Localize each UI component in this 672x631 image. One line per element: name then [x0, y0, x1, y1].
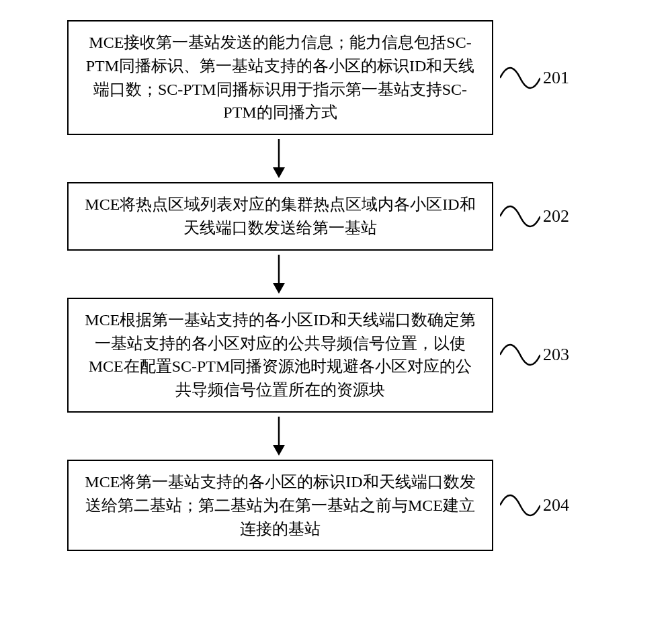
- step-row-2: MCE将热点区域列表对应的集群热点区域内各小区ID和天线端口数发送给第一基站 2…: [67, 182, 605, 251]
- step-number: 201: [543, 68, 569, 88]
- arrow-3: [67, 413, 491, 460]
- step-box-2: MCE将热点区域列表对应的集群热点区域内各小区ID和天线端口数发送给第一基站: [67, 182, 493, 251]
- step-row-3: MCE根据第一基站支持的各小区ID和天线端口数确定第一基站支持的各小区对应的公共…: [67, 298, 605, 413]
- step-label-3: 203: [500, 331, 569, 378]
- step-number: 204: [543, 495, 569, 515]
- connector-curve-icon: [500, 482, 540, 529]
- down-arrow-icon: [271, 417, 287, 456]
- step-row-1: MCE接收第一基站发送的能力信息；能力信息包括SC-PTM同播标识、第一基站支持…: [67, 20, 605, 135]
- step-row-4: MCE将第一基站支持的各小区的标识ID和天线端口数发送给第二基站；第二基站为在第…: [67, 460, 605, 551]
- step-box-3: MCE根据第一基站支持的各小区ID和天线端口数确定第一基站支持的各小区对应的公共…: [67, 298, 493, 413]
- step-box-1: MCE接收第一基站发送的能力信息；能力信息包括SC-PTM同播标识、第一基站支持…: [67, 20, 493, 135]
- connector-curve-icon: [500, 193, 540, 240]
- step-box-4: MCE将第一基站支持的各小区的标识ID和天线端口数发送给第二基站；第二基站为在第…: [67, 460, 493, 551]
- arrow-2: [67, 251, 491, 298]
- svg-marker-1: [273, 167, 285, 178]
- step-number: 203: [543, 345, 569, 365]
- connector-curve-icon: [500, 54, 540, 101]
- step-label-1: 201: [500, 54, 569, 101]
- svg-marker-3: [273, 283, 285, 294]
- step-label-4: 204: [500, 482, 569, 529]
- down-arrow-icon: [271, 255, 287, 294]
- down-arrow-icon: [271, 139, 287, 178]
- arrow-1: [67, 135, 491, 182]
- step-number: 202: [543, 206, 569, 226]
- connector-curve-icon: [500, 331, 540, 378]
- svg-marker-5: [273, 445, 285, 456]
- flowchart: MCE接收第一基站发送的能力信息；能力信息包括SC-PTM同播标识、第一基站支持…: [67, 20, 605, 551]
- step-label-2: 202: [500, 193, 569, 240]
